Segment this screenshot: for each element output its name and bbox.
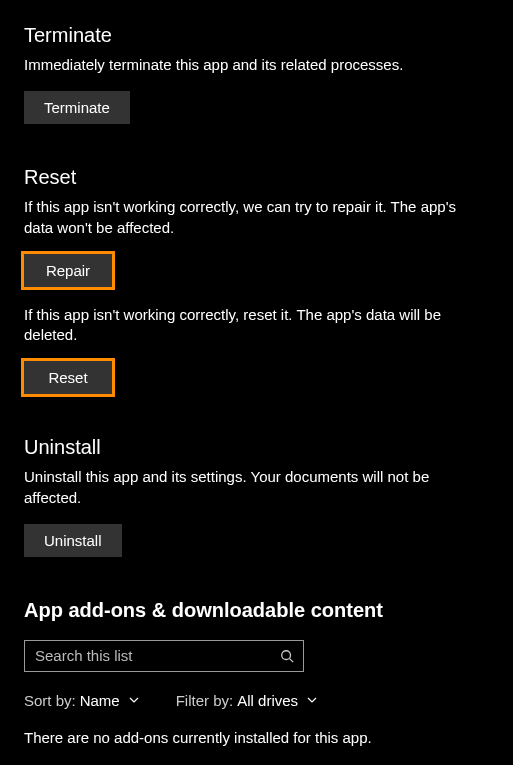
filter-row: Sort by: Name Filter by: All drives <box>24 692 489 709</box>
uninstall-button[interactable]: Uninstall <box>24 524 122 557</box>
uninstall-heading: Uninstall <box>24 436 489 459</box>
svg-point-0 <box>282 651 291 660</box>
addons-heading: App add-ons & downloadable content <box>24 599 489 622</box>
terminate-button[interactable]: Terminate <box>24 91 130 124</box>
reset-section: Reset If this app isn't working correctl… <box>24 166 489 394</box>
filter-value: All drives <box>237 692 298 709</box>
svg-line-1 <box>290 658 294 662</box>
reset-heading: Reset <box>24 166 489 189</box>
terminate-heading: Terminate <box>24 24 489 47</box>
uninstall-description: Uninstall this app and its settings. You… <box>24 467 489 508</box>
filter-dropdown[interactable]: Filter by: All drives <box>176 692 318 709</box>
addons-section: App add-ons & downloadable content Sort … <box>24 599 489 746</box>
terminate-section: Terminate Immediately terminate this app… <box>24 24 489 124</box>
filter-label: Filter by: <box>176 692 234 709</box>
terminate-description: Immediately terminate this app and its r… <box>24 55 489 75</box>
sort-value: Name <box>80 692 120 709</box>
chevron-down-icon <box>128 694 140 706</box>
search-icon <box>277 649 297 663</box>
search-box[interactable] <box>24 640 304 672</box>
chevron-down-icon <box>306 694 318 706</box>
sort-dropdown[interactable]: Sort by: Name <box>24 692 140 709</box>
uninstall-section: Uninstall Uninstall this app and its set… <box>24 436 489 557</box>
search-input[interactable] <box>35 647 277 664</box>
reset-button[interactable]: Reset <box>24 361 112 394</box>
reset-description: If this app isn't working correctly, res… <box>24 305 489 346</box>
sort-label: Sort by: <box>24 692 76 709</box>
repair-button[interactable]: Repair <box>24 254 112 287</box>
repair-description: If this app isn't working correctly, we … <box>24 197 489 238</box>
addons-empty-state: There are no add-ons currently installed… <box>24 729 489 746</box>
